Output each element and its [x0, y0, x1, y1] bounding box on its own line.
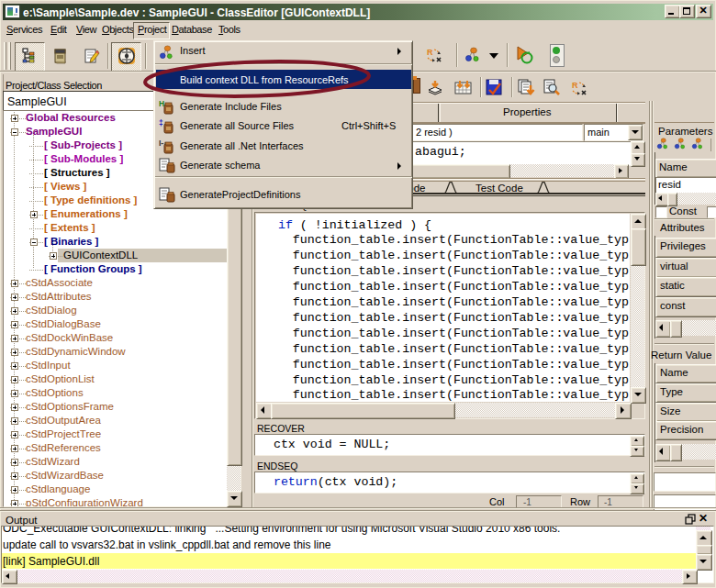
svg-text:R: R [572, 81, 578, 90]
svg-text:‡: ‡ [159, 118, 163, 128]
svg-text:R: R [427, 48, 433, 57]
svg-text:I-◦: I-◦ [159, 139, 166, 148]
